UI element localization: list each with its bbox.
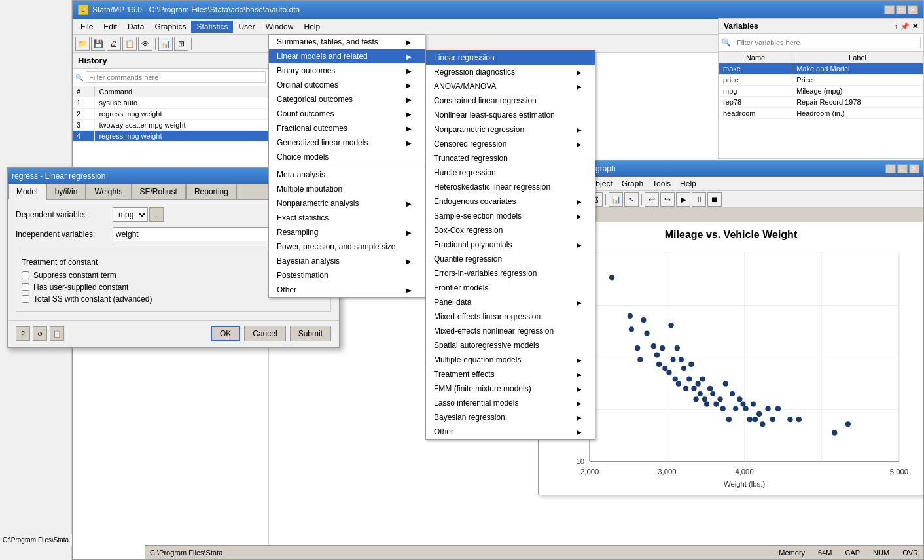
minimize-button[interactable]: − bbox=[884, 5, 895, 14]
nonlinear-least-squares-item[interactable]: Nonlinear least-squares estimation bbox=[426, 108, 595, 122]
graph-menu-tools[interactable]: Tools bbox=[649, 178, 675, 190]
power-precision-item[interactable]: Power, precision, and sample size bbox=[269, 239, 425, 254]
menu-statistics[interactable]: Statistics bbox=[191, 21, 233, 33]
categorical-outcomes-item[interactable]: Categorical outcomes ▶ bbox=[269, 92, 425, 107]
sample-selection-item[interactable]: Sample-selection models ▶ bbox=[426, 209, 595, 223]
truncated-regression-item[interactable]: Truncated regression bbox=[426, 151, 595, 166]
tab-by-if-in[interactable]: by/if/in bbox=[46, 184, 86, 200]
ordinal-outcomes-item[interactable]: Ordinal outcomes ▶ bbox=[269, 78, 425, 92]
regression-diagnostics-item[interactable]: Regression diagnostics ▶ bbox=[426, 65, 595, 79]
linear-models-item[interactable]: Linear models and related ▶ bbox=[269, 49, 425, 63]
stats-other-item[interactable]: Other ▶ bbox=[269, 283, 425, 297]
history-row[interactable]: 1 sysuse auto bbox=[73, 97, 268, 109]
panel-data-item[interactable]: Panel data ▶ bbox=[426, 295, 595, 309]
graph-undo[interactable]: ↩ bbox=[645, 192, 659, 207]
vars-row[interactable]: make Make and Model bbox=[719, 63, 923, 75]
history-row[interactable]: 4 regress mpg weight bbox=[73, 131, 268, 142]
menu-user[interactable]: User bbox=[233, 21, 260, 33]
fmm-item[interactable]: FMM (finite mixture models) ▶ bbox=[426, 381, 595, 396]
vars-row[interactable]: headroom Headroom (in.) bbox=[719, 108, 923, 119]
total-ss-check[interactable] bbox=[22, 295, 29, 303]
graph-pause[interactable]: ⏸ bbox=[692, 192, 706, 207]
binary-outcomes-item[interactable]: Binary outcomes ▶ bbox=[269, 63, 425, 78]
bayesian-regression-item[interactable]: Bayesian regression ▶ bbox=[426, 410, 595, 425]
menu-help[interactable]: Help bbox=[298, 21, 325, 33]
lasso-item[interactable]: Lasso inferential models ▶ bbox=[426, 396, 595, 410]
dep-var-browse[interactable]: ... bbox=[149, 207, 164, 222]
suppress-constant-check[interactable] bbox=[22, 271, 29, 279]
close-button[interactable]: ✕ bbox=[908, 5, 918, 14]
save-button[interactable]: 💾 bbox=[91, 37, 105, 51]
box-cox-item[interactable]: Box-Cox regression bbox=[426, 223, 595, 237]
vars-row[interactable]: rep78 Repair Record 1978 bbox=[719, 97, 923, 108]
censored-regression-item[interactable]: Censored regression ▶ bbox=[426, 137, 595, 151]
history-row[interactable]: 2 regress mpg weight bbox=[73, 109, 268, 120]
graph-redo[interactable]: ↪ bbox=[660, 192, 675, 207]
spatial-autoregressive-item[interactable]: Spatial autoregressive models bbox=[426, 338, 595, 353]
menu-edit[interactable]: Edit bbox=[98, 21, 122, 33]
indep-var-input[interactable] bbox=[113, 227, 283, 241]
graph-restore[interactable]: □ bbox=[897, 164, 908, 173]
frontier-models-item[interactable]: Frontier models bbox=[426, 281, 595, 295]
print-button[interactable]: 🖨 bbox=[107, 37, 121, 51]
graph-select-btn[interactable]: ↖ bbox=[624, 192, 639, 207]
menu-graphics[interactable]: Graphics bbox=[149, 21, 191, 33]
vars-search-input[interactable] bbox=[734, 37, 921, 48]
nonparametric-reg-item[interactable]: Nonparametric regression ▶ bbox=[426, 122, 595, 137]
mixed-effects-nonlinear-item[interactable]: Mixed-effects nonlinear regression bbox=[426, 324, 595, 338]
open-button[interactable]: 📁 bbox=[75, 37, 90, 51]
bayesian-analysis-item[interactable]: Bayesian analysis ▶ bbox=[269, 254, 425, 268]
mixed-effects-linear-item[interactable]: Mixed-effects linear regression bbox=[426, 309, 595, 324]
graph-play[interactable]: ▶ bbox=[676, 192, 690, 207]
postestimation-item[interactable]: Postestimation bbox=[269, 268, 425, 283]
ok-button[interactable]: OK bbox=[211, 326, 240, 341]
menu-file[interactable]: File bbox=[75, 21, 98, 33]
tab-model[interactable]: Model bbox=[8, 184, 46, 200]
hurdle-regression-item[interactable]: Hurdle regression bbox=[426, 166, 595, 180]
multiple-imputation-item[interactable]: Multiple imputation bbox=[269, 182, 425, 196]
graph-bar-icon[interactable]: 📊 bbox=[609, 192, 623, 207]
tab-weights[interactable]: Weights bbox=[86, 184, 131, 200]
graph-button[interactable]: 📊 bbox=[158, 37, 173, 51]
constrained-linear-item[interactable]: Constrained linear regression bbox=[426, 94, 595, 108]
multiple-equation-item[interactable]: Multiple-equation models ▶ bbox=[426, 353, 595, 367]
history-search-input[interactable] bbox=[86, 71, 266, 83]
submit-button[interactable]: Submit bbox=[290, 326, 331, 341]
anova-manova-item[interactable]: ANOVA/MANOVA ▶ bbox=[426, 79, 595, 94]
tab-se-robust[interactable]: SE/Robust bbox=[132, 184, 186, 200]
reset-button[interactable]: ↺ bbox=[33, 326, 47, 341]
resampling-item[interactable]: Resampling ▶ bbox=[269, 225, 425, 239]
dep-var-select[interactable]: mpg bbox=[113, 207, 148, 222]
cancel-button[interactable]: Cancel bbox=[244, 326, 285, 341]
meta-analysis-item[interactable]: Meta-analysis bbox=[269, 167, 425, 182]
fractional-outcomes-item[interactable]: Fractional outcomes ▶ bbox=[269, 121, 425, 135]
menu-window[interactable]: Window bbox=[260, 21, 299, 33]
graph-menu-help[interactable]: Help bbox=[676, 178, 700, 190]
history-row[interactable]: 3 twoway scatter mpg weight bbox=[73, 120, 268, 131]
restore-button[interactable]: □ bbox=[896, 5, 906, 14]
exact-stats-item[interactable]: Exact statistics bbox=[269, 211, 425, 225]
summaries-item[interactable]: Summaries, tables, and tests ▶ bbox=[269, 35, 425, 49]
quantile-regression-item[interactable]: Quantile regression bbox=[426, 252, 595, 266]
generalized-linear-item[interactable]: Generalized linear models ▶ bbox=[269, 135, 425, 150]
viewer-button[interactable]: 👁 bbox=[138, 37, 152, 51]
graph-close[interactable]: ✕ bbox=[909, 164, 919, 173]
errors-variables-item[interactable]: Errors-in-variables regression bbox=[426, 266, 595, 281]
log-button[interactable]: 📋 bbox=[122, 37, 137, 51]
vars-row[interactable]: price Price bbox=[719, 75, 923, 86]
vars-close-icon[interactable]: ✕ bbox=[912, 22, 918, 31]
vars-pin-icon[interactable]: 📌 bbox=[900, 22, 910, 31]
hetero-linear-item[interactable]: Heteroskedastic linear regression bbox=[426, 180, 595, 194]
choice-models-item[interactable]: Choice models bbox=[269, 150, 425, 164]
endogenous-cov-item[interactable]: Endogenous covariates ▶ bbox=[426, 194, 595, 209]
graph-menu-graph[interactable]: Graph bbox=[618, 178, 647, 190]
data-editor-button[interactable]: ⊞ bbox=[174, 37, 188, 51]
menu-data[interactable]: Data bbox=[122, 21, 149, 33]
copy-button[interactable]: 📋 bbox=[50, 326, 64, 341]
help-button[interactable]: ? bbox=[16, 326, 30, 341]
graph-minimize[interactable]: − bbox=[885, 164, 896, 173]
treatment-effects-item[interactable]: Treatment effects ▶ bbox=[426, 367, 595, 381]
fractional-poly-item[interactable]: Fractional polynomials ▶ bbox=[426, 237, 595, 252]
linear-other-item[interactable]: Other ▶ bbox=[426, 425, 595, 439]
vars-row[interactable]: mpg Mileage (mpg) bbox=[719, 86, 923, 97]
